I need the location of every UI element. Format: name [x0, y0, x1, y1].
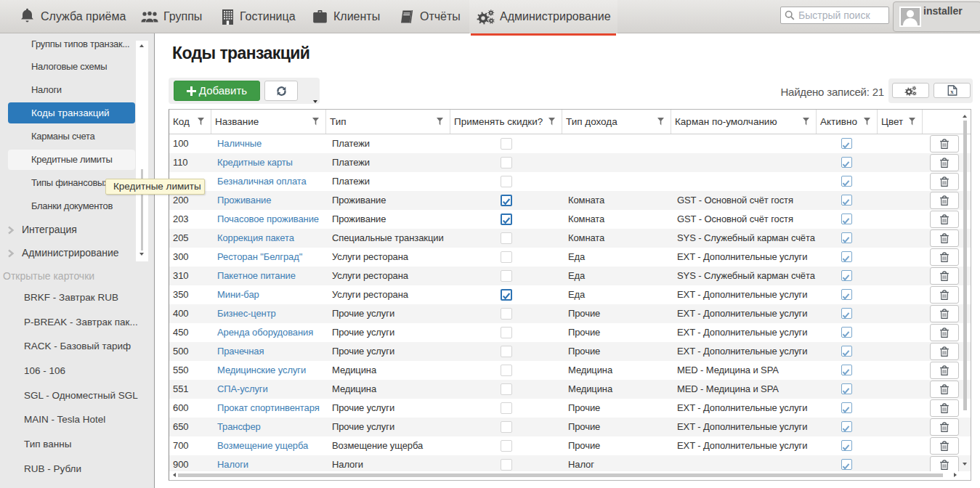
svg-text:x: x	[950, 88, 954, 95]
